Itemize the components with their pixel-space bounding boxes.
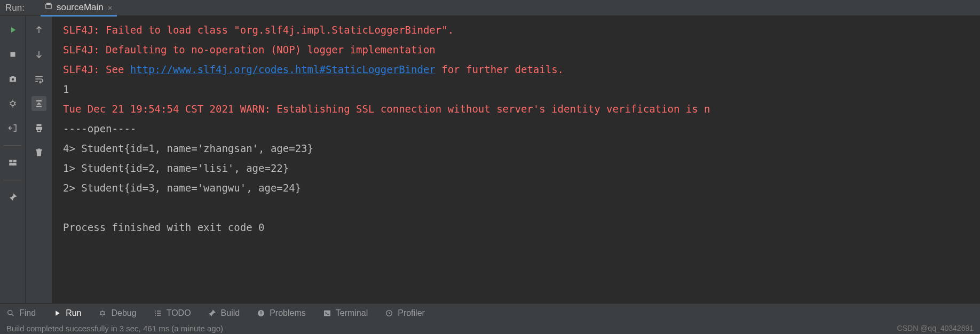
- bug-icon[interactable]: [5, 96, 20, 111]
- soft-wrap-icon[interactable]: [31, 71, 46, 86]
- svg-rect-14: [324, 310, 330, 316]
- svg-rect-6: [13, 160, 16, 163]
- profiler-tab[interactable]: Profiler: [383, 308, 427, 318]
- find-tab[interactable]: Find: [4, 308, 38, 318]
- terminal-tab[interactable]: Terminal: [321, 308, 370, 318]
- svg-rect-12: [260, 311, 261, 314]
- run-tool-header: Run: sourceMain ×: [0, 0, 980, 16]
- svg-point-4: [11, 101, 15, 106]
- run-toolbar-left: [0, 16, 26, 303]
- print-icon[interactable]: [31, 121, 46, 136]
- console-output[interactable]: SLF4J: Failed to load class "org.slf4j.i…: [52, 16, 980, 303]
- svg-point-9: [8, 310, 12, 314]
- find-label: Find: [19, 308, 36, 318]
- profiler-label: Profiler: [398, 308, 425, 318]
- down-arrow-icon[interactable]: [31, 47, 46, 62]
- run-tab-label: sourceMain: [57, 2, 104, 13]
- layout-icon[interactable]: [5, 155, 20, 170]
- run-config-icon: [45, 2, 52, 13]
- debug-label: Debug: [111, 308, 136, 318]
- close-tab-icon[interactable]: ×: [108, 3, 113, 12]
- camera-icon[interactable]: [5, 71, 20, 86]
- debug-tab[interactable]: Debug: [96, 308, 138, 318]
- build-label: Build: [221, 308, 240, 318]
- run-title: Run:: [5, 3, 25, 13]
- problems-label: Problems: [270, 308, 306, 318]
- status-message: Build completed successfully in 3 sec, 4…: [6, 324, 223, 333]
- svg-rect-5: [9, 160, 12, 163]
- build-tab[interactable]: Build: [206, 308, 242, 318]
- up-arrow-icon[interactable]: [31, 22, 46, 37]
- trash-icon[interactable]: [31, 145, 46, 160]
- stop-button[interactable]: [5, 47, 20, 62]
- svg-rect-8: [37, 130, 40, 131]
- svg-rect-13: [260, 314, 261, 315]
- svg-rect-2: [10, 52, 15, 57]
- exit-icon[interactable]: [5, 121, 20, 136]
- rerun-button[interactable]: [5, 22, 20, 37]
- problems-tab[interactable]: Problems: [255, 308, 308, 318]
- status-bar: Build completed successfully in 3 sec, 4…: [0, 322, 980, 334]
- watermark: CSDN @qq_40342691: [897, 324, 974, 332]
- run-label: Run: [66, 308, 81, 318]
- run-tool-body: SLF4J: Failed to load class "org.slf4j.i…: [0, 16, 980, 303]
- bottom-tool-tabs: Find Run Debug TODO Build Problems Termi…: [0, 303, 980, 322]
- run-tab[interactable]: Run: [51, 308, 83, 318]
- scroll-to-end-icon[interactable]: [31, 96, 46, 111]
- todo-tab[interactable]: TODO: [152, 308, 193, 318]
- todo-label: TODO: [167, 308, 191, 318]
- svg-rect-7: [9, 163, 17, 166]
- toolbar-divider: [4, 145, 21, 146]
- terminal-label: Terminal: [336, 308, 368, 318]
- svg-point-3: [11, 78, 14, 81]
- run-tab-sourcemain[interactable]: sourceMain ×: [41, 1, 117, 17]
- toolbar-divider: [4, 180, 21, 180]
- svg-rect-1: [46, 3, 50, 5]
- run-toolbar-secondary: [26, 16, 52, 303]
- svg-point-10: [101, 311, 105, 315]
- pin-icon[interactable]: [5, 190, 20, 205]
